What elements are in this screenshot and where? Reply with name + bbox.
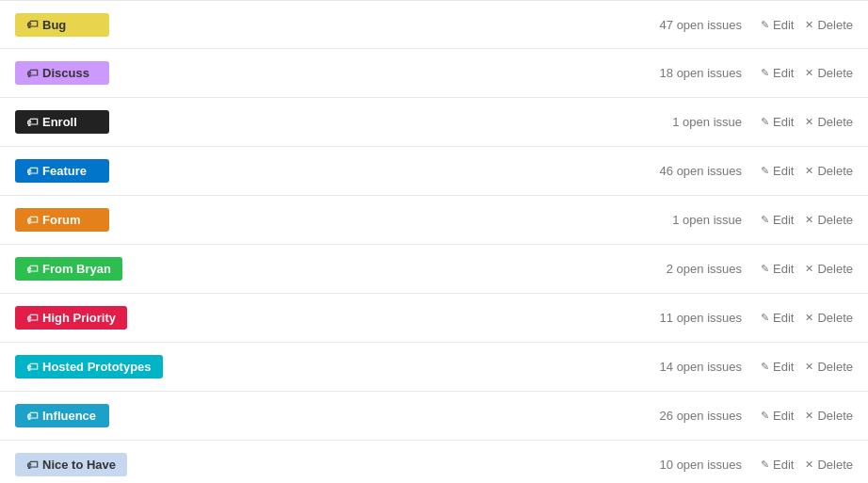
tag-icon: 🏷 <box>26 312 38 325</box>
delete-button[interactable]: ✕Delete <box>805 164 853 178</box>
delete-button[interactable]: ✕Delete <box>805 262 853 276</box>
label-row: 🏷Influence26 open issues✎Edit✕Delete <box>0 392 868 441</box>
label-badge-hosted-prototypes: 🏷Hosted Prototypes <box>15 355 163 378</box>
action-buttons: ✎Edit✕Delete <box>761 458 853 472</box>
edit-button[interactable]: ✎Edit <box>761 213 794 227</box>
edit-button[interactable]: ✎Edit <box>761 458 794 472</box>
delete-button[interactable]: ✕Delete <box>805 360 853 374</box>
tag-icon: 🏷 <box>26 459 38 472</box>
label-name: Hosted Prototypes <box>42 360 152 374</box>
action-buttons: ✎Edit✕Delete <box>761 262 853 276</box>
edit-button[interactable]: ✎Edit <box>761 18 794 32</box>
delete-label: Delete <box>817 164 853 178</box>
edit-button[interactable]: ✎Edit <box>761 115 794 129</box>
delete-label: Delete <box>817 18 853 32</box>
pencil-icon: ✎ <box>761 410 769 422</box>
edit-button[interactable]: ✎Edit <box>761 262 794 276</box>
delete-button[interactable]: ✕Delete <box>805 409 853 423</box>
label-row: 🏷Feature46 open issues✎Edit✕Delete <box>0 147 868 196</box>
edit-label: Edit <box>773 311 794 325</box>
label-name: Nice to Have <box>42 458 116 472</box>
label-name: Influence <box>42 409 96 423</box>
tag-icon: 🏷 <box>26 410 38 423</box>
edit-button[interactable]: ✎Edit <box>761 360 794 374</box>
label-badge-enroll: 🏷Enroll <box>15 110 109 134</box>
delete-label: Delete <box>817 311 853 325</box>
edit-label: Edit <box>773 213 794 227</box>
delete-label: Delete <box>817 66 853 80</box>
delete-button[interactable]: ✕Delete <box>805 115 853 129</box>
edit-label: Edit <box>773 18 794 32</box>
times-icon: ✕ <box>805 67 813 79</box>
edit-label: Edit <box>773 115 794 129</box>
delete-button[interactable]: ✕Delete <box>805 311 853 325</box>
delete-button[interactable]: ✕Delete <box>805 213 853 227</box>
edit-button[interactable]: ✎Edit <box>761 66 794 80</box>
pencil-icon: ✎ <box>761 312 769 324</box>
delete-button[interactable]: ✕Delete <box>805 66 853 80</box>
edit-button[interactable]: ✎Edit <box>761 164 794 178</box>
issue-count: 1 open issue <box>629 115 742 129</box>
tag-icon: 🏷 <box>26 165 38 178</box>
issue-count: 11 open issues <box>629 311 742 325</box>
delete-label: Delete <box>817 115 853 129</box>
action-buttons: ✎Edit✕Delete <box>761 409 853 423</box>
label-badge-feature: 🏷Feature <box>15 159 109 183</box>
issue-count: 18 open issues <box>629 66 742 80</box>
times-icon: ✕ <box>805 214 813 226</box>
edit-label: Edit <box>773 458 794 472</box>
label-row: 🏷From Bryan2 open issues✎Edit✕Delete <box>0 245 868 294</box>
times-icon: ✕ <box>805 263 813 275</box>
label-badge-from-bryan: 🏷From Bryan <box>15 257 122 281</box>
issue-count: 47 open issues <box>629 18 742 32</box>
times-icon: ✕ <box>805 312 813 324</box>
issue-count: 2 open issues <box>629 262 742 276</box>
action-buttons: ✎Edit✕Delete <box>761 18 853 32</box>
times-icon: ✕ <box>805 19 813 31</box>
pencil-icon: ✎ <box>761 214 769 226</box>
tag-icon: 🏷 <box>26 263 38 276</box>
edit-button[interactable]: ✎Edit <box>761 311 794 325</box>
tag-icon: 🏷 <box>26 116 38 129</box>
pencil-icon: ✎ <box>761 459 769 471</box>
issue-count: 14 open issues <box>629 360 742 374</box>
label-row: 🏷Nice to Have10 open issues✎Edit✕Delete <box>0 441 868 483</box>
edit-label: Edit <box>773 409 794 423</box>
pencil-icon: ✎ <box>761 19 769 31</box>
issue-count: 1 open issue <box>629 213 742 227</box>
action-buttons: ✎Edit✕Delete <box>761 360 853 374</box>
pencil-icon: ✎ <box>761 67 769 79</box>
label-badge-forum: 🏷Forum <box>15 208 109 232</box>
issue-count: 46 open issues <box>629 164 742 178</box>
label-name: Enroll <box>42 115 77 129</box>
label-row: 🏷Bug47 open issues✎Edit✕Delete <box>0 0 868 49</box>
times-icon: ✕ <box>805 410 813 422</box>
delete-button[interactable]: ✕Delete <box>805 458 853 472</box>
label-badge-discuss: 🏷Discuss <box>15 61 109 85</box>
label-name: Discuss <box>42 66 89 80</box>
delete-button[interactable]: ✕Delete <box>805 18 853 32</box>
tag-icon: 🏷 <box>26 18 38 31</box>
label-name: High Priority <box>42 311 116 325</box>
label-badge-influence: 🏷Influence <box>15 404 109 427</box>
label-badge-bug: 🏷Bug <box>15 13 109 37</box>
edit-label: Edit <box>773 164 794 178</box>
issue-count: 10 open issues <box>629 458 742 472</box>
label-row: 🏷Hosted Prototypes14 open issues✎Edit✕De… <box>0 343 868 392</box>
delete-label: Delete <box>817 409 853 423</box>
edit-label: Edit <box>773 66 794 80</box>
delete-label: Delete <box>817 360 853 374</box>
edit-button[interactable]: ✎Edit <box>761 409 794 423</box>
label-name: Feature <box>42 164 87 178</box>
pencil-icon: ✎ <box>761 165 769 177</box>
label-badge-nice-to-have: 🏷Nice to Have <box>15 453 127 476</box>
label-list: 🏷Bug47 open issues✎Edit✕Delete🏷Discuss18… <box>0 0 868 483</box>
edit-label: Edit <box>773 262 794 276</box>
label-row: 🏷Discuss18 open issues✎Edit✕Delete <box>0 49 868 98</box>
tag-icon: 🏷 <box>26 361 38 374</box>
delete-label: Delete <box>817 262 853 276</box>
tag-icon: 🏷 <box>26 214 38 227</box>
pencil-icon: ✎ <box>761 361 769 373</box>
action-buttons: ✎Edit✕Delete <box>761 164 853 178</box>
action-buttons: ✎Edit✕Delete <box>761 311 853 325</box>
